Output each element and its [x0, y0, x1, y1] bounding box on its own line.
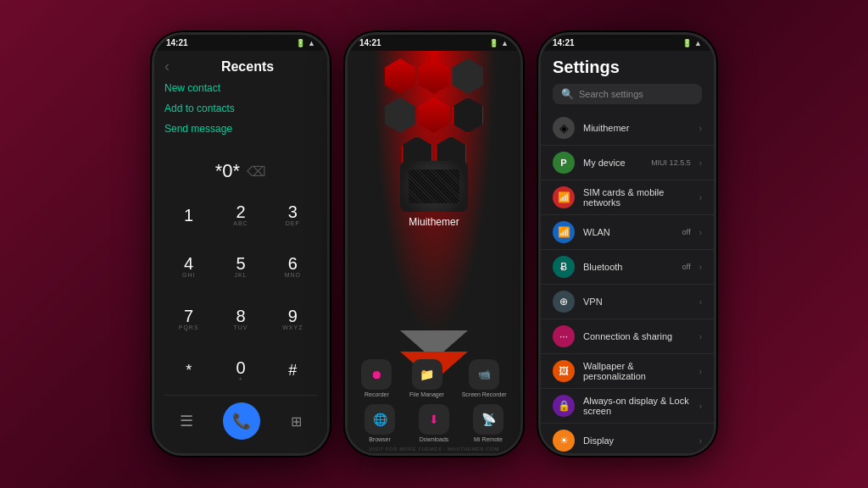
display-icon: ☀: [553, 430, 575, 452]
settings-list: ◈ Miuithemer › P My device MIUI 12.5.5 ›: [541, 111, 714, 453]
dialer-content: ‹ Recents New contact Add to contacts Se…: [154, 51, 327, 453]
settings-content: Settings 🔍 Search settings ◈ Miuithemer …: [541, 51, 714, 453]
browser-icon: 🌐: [364, 404, 395, 435]
phone-launcher: 14:21 🔋 ▲: [345, 32, 523, 456]
display-text: Display: [583, 435, 691, 446]
app-downloads[interactable]: ⬇ Downloads: [419, 404, 449, 442]
time-2: 14:21: [359, 38, 381, 47]
time-1: 14:21: [166, 38, 188, 47]
screenrecorder-label: Screen Recorder: [462, 391, 507, 397]
wallpaper-name: Wallpaper & personalization: [583, 361, 691, 381]
status-icons-1: 🔋 ▲: [296, 39, 315, 47]
mydevice-icon: P: [553, 152, 575, 174]
screenrecorder-icon: 📹: [469, 359, 499, 390]
settings-item-wlan[interactable]: 📶 WLAN off ›: [541, 215, 714, 250]
wallpaper-arrow: ›: [699, 367, 702, 376]
settings-search-bar[interactable]: 🔍 Search settings: [553, 84, 702, 104]
search-icon: 🔍: [561, 88, 574, 100]
app-filemanager[interactable]: 📁 File Manager: [409, 359, 444, 397]
bluetooth-text: Bluetooth: [583, 262, 674, 272]
app-grid: ⏺ Recorder 📁 File Manager 📹 Screen Recor…: [348, 359, 520, 449]
app-browser[interactable]: 🌐 Browser: [364, 404, 395, 442]
display-arrow: ›: [699, 436, 702, 446]
settings-item-bluetooth[interactable]: Ƀ Bluetooth off ›: [541, 250, 714, 285]
key-9[interactable]: 9WXYZ: [269, 295, 317, 343]
battery-icon-2: 🔋: [489, 39, 498, 47]
status-icons-2: 🔋 ▲: [489, 39, 509, 47]
settings-item-display[interactable]: ☀ Display ›: [541, 424, 714, 453]
phone-settings: 14:21 🔋 ▲ Settings 🔍 Search settings ◈ M…: [538, 32, 716, 456]
settings-item-connection[interactable]: ··· Connection & sharing ›: [541, 319, 714, 354]
app-row-2: 🌐 Browser ⬇ Downloads 📡 Mi Remote: [353, 404, 515, 442]
miremote-icon: 📡: [473, 404, 504, 435]
app-recorder[interactable]: ⏺ Recorder: [361, 359, 392, 397]
aod-name: Always-on display & Lock screen: [583, 396, 691, 416]
search-settings-text: Search settings: [579, 89, 643, 99]
dialer-header: ‹ Recents: [164, 58, 317, 75]
miuithemer-name: Miuithemer: [583, 123, 691, 133]
key-3[interactable]: 3DEF: [269, 191, 317, 239]
bluetooth-icon: Ƀ: [553, 256, 575, 278]
downloads-icon: ⬇: [419, 404, 449, 435]
dial-display: *0* ⌫: [164, 160, 317, 182]
app-screenrecorder[interactable]: 📹 Screen Recorder: [462, 359, 507, 397]
key-hash[interactable]: #: [269, 347, 317, 395]
settings-item-vpn[interactable]: ⊕ VPN ›: [541, 285, 714, 319]
contact-actions: New contact Add to contacts Send message: [164, 82, 317, 135]
key-8[interactable]: 8TUV: [216, 295, 264, 343]
app-miremote[interactable]: 📡 Mi Remote: [473, 404, 504, 442]
grid-icon[interactable]: ⊞: [291, 413, 302, 430]
watermark: VISIT FOR MORE THEMES - MIUITHEMER.COM: [348, 445, 520, 453]
recorder-label: Recorder: [364, 391, 389, 397]
vpn-text: VPN: [583, 297, 691, 307]
vpn-arrow: ›: [699, 297, 702, 307]
settings-item-mydevice[interactable]: P My device MIUI 12.5.5 ›: [541, 146, 714, 180]
miuithemer-arrow: ›: [699, 124, 702, 133]
settings-item-sim[interactable]: 📶 SIM cards & mobile networks ›: [541, 180, 714, 215]
keypad: 1 2ABC 3DEF 4GHI 5JKL 6MNO 7PQRS 8TUV 9W…: [164, 191, 317, 395]
call-button[interactable]: 📞: [223, 402, 260, 440]
key-1[interactable]: 1: [164, 191, 213, 239]
key-star[interactable]: *: [164, 347, 213, 395]
status-bar-3: 14:21 🔋 ▲: [541, 35, 714, 51]
bottom-bar: ☰ 📞 ⊞: [164, 395, 317, 446]
recorder-icon: ⏺: [361, 359, 392, 390]
settings-item-aod[interactable]: 🔒 Always-on display & Lock screen ›: [541, 389, 714, 424]
key-0[interactable]: 0+: [216, 347, 264, 395]
signal-icon-2: ▲: [501, 39, 509, 47]
back-icon[interactable]: ‹: [164, 58, 170, 75]
miuithemer-icon: ◈: [553, 117, 575, 139]
new-contact-action[interactable]: New contact: [164, 82, 317, 94]
send-message-action[interactable]: Send message: [164, 123, 317, 135]
mydevice-badge: MIUI 12.5.5: [651, 158, 691, 167]
launcher-username: Miuithemer: [348, 216, 520, 228]
downloads-label: Downloads: [420, 436, 449, 442]
menu-icon[interactable]: ☰: [180, 412, 193, 430]
vpn-icon: ⊕: [553, 291, 575, 313]
signal-icon: ▲: [308, 39, 315, 47]
settings-item-wallpaper[interactable]: 🖼 Wallpaper & personalization ›: [541, 354, 714, 389]
filemanager-label: File Manager: [409, 391, 444, 397]
key-7[interactable]: 7PQRS: [164, 295, 213, 343]
wlan-text: WLAN: [583, 227, 674, 237]
launcher-content: Miuithemer ⏺ Recorder 📁 File Manager 📹 S…: [348, 51, 520, 453]
connection-text: Connection & sharing: [583, 331, 691, 341]
key-6[interactable]: 6MNO: [269, 242, 317, 291]
wlan-name: WLAN: [583, 227, 674, 237]
key-4[interactable]: 4GHI: [164, 242, 213, 291]
phone-dialer: 14:21 🔋 ▲ ‹ Recents New contact Add to c…: [152, 32, 330, 456]
battery-icon: 🔋: [296, 39, 305, 47]
backspace-icon[interactable]: ⌫: [247, 164, 266, 180]
bluetooth-arrow: ›: [699, 263, 702, 272]
mydevice-name: My device: [583, 158, 643, 168]
key-2[interactable]: 2ABC: [216, 191, 264, 239]
wlan-arrow: ›: [699, 228, 702, 237]
sim-icon: 📶: [553, 186, 575, 208]
time-3: 14:21: [553, 38, 575, 47]
add-to-contacts-action[interactable]: Add to contacts: [164, 103, 317, 114]
connection-icon: ···: [553, 325, 575, 347]
key-5[interactable]: 5JKL: [216, 242, 264, 291]
status-bar-2: 14:21 🔋 ▲: [348, 35, 520, 51]
app-row-1: ⏺ Recorder 📁 File Manager 📹 Screen Recor…: [353, 359, 515, 397]
settings-item-miuithemer[interactable]: ◈ Miuithemer ›: [541, 111, 714, 146]
